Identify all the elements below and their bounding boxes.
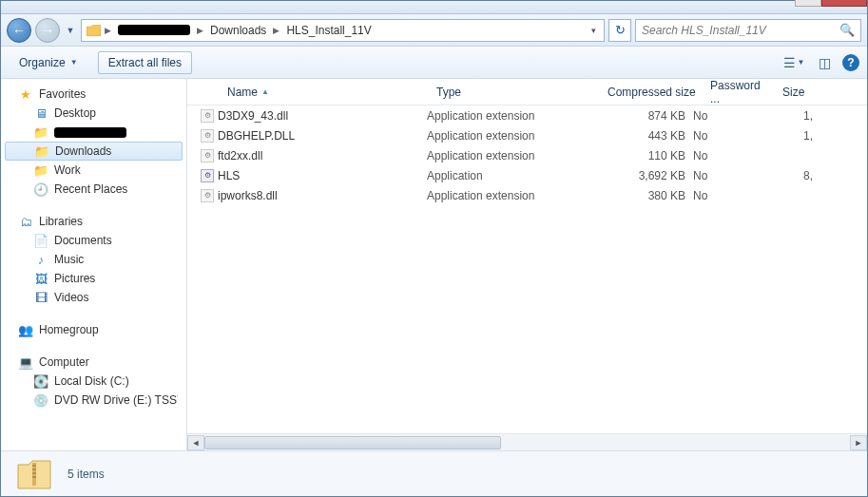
homegroup-icon: 👥 [18, 322, 33, 337]
dll-icon: ⚙ [201, 149, 214, 162]
status-bar: 5 items [1, 450, 867, 496]
folder-icon: 📁 [33, 162, 48, 178]
svg-rect-2 [32, 468, 36, 470]
search-input[interactable]: Search HLS_Install_11V 🔍 [635, 19, 861, 42]
search-placeholder: Search HLS_Install_11V [642, 24, 766, 37]
zip-folder-icon [14, 455, 54, 493]
breadcrumb-redacted[interactable] [115, 24, 193, 36]
body: ★Favorites 🖥Desktop 📁 📁Downloads 📁Work 🕘… [1, 79, 867, 450]
dll-icon: ⚙ [201, 129, 214, 143]
close-button[interactable] [821, 0, 867, 7]
libraries-icon: 🗂 [18, 214, 33, 229]
videos-icon: 🎞 [33, 290, 48, 305]
horizontal-scrollbar[interactable]: ◄ ► [187, 433, 867, 450]
file-row[interactable]: ⚙ipworks8.dllApplication extension380 KB… [187, 185, 867, 205]
nav-redacted[interactable]: 📁 [1, 123, 186, 142]
scroll-track[interactable] [204, 435, 850, 450]
scroll-thumb[interactable] [204, 436, 501, 449]
chevron-right-icon: ▶ [273, 26, 280, 35]
file-password: No [693, 189, 765, 202]
file-type: Application extension [427, 189, 598, 202]
breadcrumb-downloads[interactable]: Downloads [207, 23, 269, 38]
libraries-header[interactable]: 🗂Libraries [1, 212, 186, 231]
extract-all-button[interactable]: Extract all files [98, 51, 192, 74]
titlebar [1, 1, 867, 14]
col-password[interactable]: Password ... [704, 79, 777, 105]
nav-recent[interactable]: 🕘Recent Places [1, 180, 186, 199]
nav-music[interactable]: ♪Music [1, 250, 186, 269]
back-button[interactable]: ← [7, 18, 31, 43]
file-size: 1, [765, 109, 813, 123]
preview-pane-button[interactable]: ◫ [812, 52, 837, 73]
file-compressed-size: 874 KB [598, 109, 693, 123]
help-button[interactable]: ? [842, 54, 859, 71]
dvd-icon: 💿 [33, 392, 48, 408]
refresh-button[interactable]: ↻ [608, 19, 631, 42]
svg-rect-1 [32, 465, 36, 467]
file-list[interactable]: ⚙D3DX9_43.dllApplication extension874 KB… [187, 105, 867, 433]
file-row[interactable]: ⚙ftd2xx.dllApplication extension110 KBNo [187, 145, 867, 165]
nav-history-dropdown[interactable]: ▼ [64, 26, 77, 35]
nav-desktop[interactable]: 🖥Desktop [1, 104, 186, 123]
nav-work[interactable]: 📁Work [1, 161, 186, 180]
search-icon[interactable]: 🔍 [839, 23, 855, 37]
breadcrumb-folder[interactable]: HLS_Install_11V [283, 23, 374, 38]
scroll-right-button[interactable]: ► [850, 435, 867, 450]
nav-pictures[interactable]: 🖼Pictures [1, 269, 186, 288]
file-compressed-size: 443 KB [598, 129, 693, 143]
svg-rect-3 [32, 472, 36, 474]
file-row[interactable]: ⚙DBGHELP.DLLApplication extension443 KBN… [187, 125, 867, 145]
view-options-button[interactable]: ☰▼ [781, 52, 806, 73]
file-name: ftd2xx.dll [218, 149, 427, 162]
computer-icon: 💻 [18, 354, 33, 370]
chevron-right-icon: ▶ [105, 26, 111, 35]
nav-documents[interactable]: 📄Documents [1, 231, 186, 250]
address-dropdown[interactable]: ▾ [588, 26, 600, 35]
file-row[interactable]: ⚙HLSApplication3,692 KBNo8, [187, 165, 867, 185]
address-bar[interactable]: ▶ ▶ Downloads ▶ HLS_Install_11V ▾ [81, 19, 605, 42]
nav-downloads[interactable]: 📁Downloads [5, 142, 183, 161]
forward-button[interactable]: → [35, 18, 60, 43]
content-pane: Name▲ Type Compressed size Password ... … [187, 79, 867, 450]
application-icon: ⚙ [201, 169, 214, 182]
chevron-down-icon: ▼ [70, 58, 78, 67]
organize-button[interactable]: Organize ▼ [9, 51, 88, 74]
file-row[interactable]: ⚙D3DX9_43.dllApplication extension874 KB… [187, 105, 867, 125]
folder-icon: 📁 [33, 124, 48, 140]
col-compressed-size[interactable]: Compressed size [602, 86, 704, 99]
recent-icon: 🕘 [33, 182, 48, 197]
homegroup-header[interactable]: 👥Homegroup [1, 320, 186, 339]
folder-icon: 📁 [34, 143, 49, 159]
maximize-button[interactable] [795, 0, 821, 7]
explorer-window: ← → ▼ ▶ ▶ Downloads ▶ HLS_Install_11V ▾ … [0, 0, 868, 497]
computer-header[interactable]: 💻Computer [1, 353, 186, 372]
file-type: Application extension [427, 129, 598, 143]
col-size[interactable]: Size [777, 86, 824, 99]
file-password: No [693, 129, 765, 143]
toolbar-right: ☰▼ ◫ ? [781, 52, 859, 73]
file-size: 8, [765, 169, 813, 182]
desktop-icon: 🖥 [33, 105, 48, 121]
nav-local-disk[interactable]: 💽Local Disk (C:) [1, 372, 186, 391]
sort-asc-icon: ▲ [261, 87, 269, 96]
address-row: ← → ▼ ▶ ▶ Downloads ▶ HLS_Install_11V ▾ … [1, 14, 867, 47]
file-type: Application extension [427, 109, 598, 123]
file-password: No [693, 149, 765, 162]
file-name: D3DX9_43.dll [218, 109, 427, 123]
scroll-left-button[interactable]: ◄ [187, 435, 204, 450]
chevron-right-icon: ▶ [197, 26, 203, 35]
file-name: ipworks8.dll [218, 189, 427, 202]
file-size: 1, [765, 129, 813, 143]
nav-dvd-drive[interactable]: 💿DVD RW Drive (E:) TSSY [1, 391, 186, 410]
navigation-pane[interactable]: ★Favorites 🖥Desktop 📁 📁Downloads 📁Work 🕘… [1, 79, 187, 450]
favorites-header[interactable]: ★Favorites [1, 85, 186, 104]
col-type[interactable]: Type [431, 86, 602, 99]
file-password: No [693, 169, 765, 182]
col-name[interactable]: Name▲ [222, 86, 431, 99]
music-icon: ♪ [33, 252, 48, 267]
nav-videos[interactable]: 🎞Videos [1, 288, 186, 307]
disk-icon: 💽 [33, 373, 48, 389]
toolbar: Organize ▼ Extract all files ☰▼ ◫ ? [1, 47, 867, 79]
folder-icon [86, 23, 101, 38]
file-compressed-size: 110 KB [598, 149, 693, 162]
